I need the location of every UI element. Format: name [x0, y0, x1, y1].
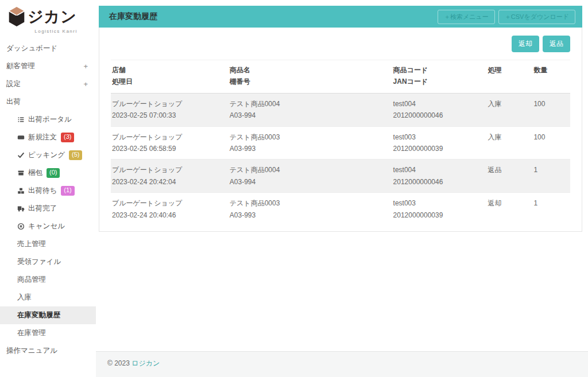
header-action: 処理: [486, 64, 532, 88]
cell-jan: 2012000000039: [393, 209, 487, 221]
table-header-row: 店舗 処理日 商品名 棚番号 商品コード JANコード 処理 数量: [111, 60, 570, 94]
sidebar-nav: ダッシュボード 顧客管理 + 設定 + 出荷 出荷ポータル: [0, 40, 96, 360]
header-product: 商品名: [230, 64, 392, 76]
cell-code: test004: [393, 164, 487, 176]
cell-code-jan: test003 2012000000039: [392, 197, 487, 221]
returns-button[interactable]: 返品: [543, 36, 570, 52]
cell-store-date: ブルーゲートショップ 2023-02-24 20:40:46: [111, 197, 229, 221]
page-title: 在庫変動履歴: [109, 11, 157, 22]
cell-code-jan: test004 2012000000046: [392, 164, 487, 188]
cell-product: テスト商品0004: [230, 98, 392, 110]
cell-shelf: A03-994: [230, 176, 392, 188]
sidebar-item-label: ピッキング: [28, 150, 65, 160]
cancel-icon: [17, 223, 28, 230]
cell-product: テスト商品0003: [230, 131, 392, 143]
sidebar-item-label: 操作マニュアル: [6, 346, 57, 356]
sidebar-item-manual[interactable]: 操作マニュアル: [0, 342, 96, 360]
cell-product: テスト商品0003: [230, 197, 392, 209]
sidebar-item-receiving[interactable]: 入庫: [0, 289, 96, 306]
sidebar-item-label: 梱包: [28, 168, 42, 178]
sidebar-item-stock-history[interactable]: 在庫変動履歴: [0, 306, 96, 324]
sidebar-item-customers[interactable]: 顧客管理 +: [0, 57, 96, 75]
cell-shelf: A03-994: [230, 110, 392, 121]
page-footer: © 2023 ロジカン: [96, 351, 588, 377]
expand-plus-icon: +: [83, 80, 96, 88]
return-button[interactable]: 返却: [512, 36, 539, 52]
card-actions: 返却 返品: [99, 28, 582, 60]
header-product-shelf: 商品名 棚番号: [229, 64, 392, 88]
cell-action: 入庫: [486, 98, 532, 122]
cell-code-jan: test003 2012000000039: [392, 131, 487, 155]
cell-product-shelf: テスト商品0003 A03-993: [229, 197, 392, 221]
cell-store-date: ブルーゲートショップ 2023-02-25 06:58:59: [111, 131, 229, 155]
check-icon: [17, 151, 28, 159]
expand-plus-icon: +: [83, 62, 96, 71]
sidebar-item-receipt-files[interactable]: 受領ファイル: [0, 253, 96, 271]
sidebar-item-settings[interactable]: 設定 +: [0, 75, 96, 93]
sidebar: ジカン Logistics Kanri ダッシュボード 顧客管理 + 設定 + …: [0, 0, 96, 377]
content-card: 返却 返品 店舗 処理日 商品名 棚番号 商品コード JANコード: [99, 28, 582, 232]
cell-action: 入庫: [486, 131, 532, 155]
sidebar-item-shipping[interactable]: 出荷: [0, 93, 96, 111]
cell-product-shelf: テスト商品0004 A03-994: [229, 98, 392, 122]
table-row: ブルーゲートショップ 2023-02-24 20:42:04 テスト商品0004…: [111, 160, 570, 193]
cell-action: 返却: [486, 197, 532, 221]
header-shelf: 棚番号: [230, 76, 392, 87]
header-code-jan: 商品コード JANコード: [392, 64, 487, 88]
cell-store-date: ブルーゲートショップ 2023-02-24 20:42:04: [111, 164, 229, 188]
sidebar-item-picking[interactable]: ピッキング (5): [0, 146, 96, 164]
sidebar-item-packing[interactable]: 梱包 (0): [0, 164, 96, 182]
cell-code-jan: test004 2012000000046: [392, 98, 487, 122]
cell-product: テスト商品0004: [230, 164, 392, 176]
sidebar-item-label: 売上管理: [17, 239, 46, 249]
cell-action: 返品: [486, 164, 532, 188]
header-code: 商品コード: [393, 64, 487, 76]
sidebar-item-new-orders[interactable]: 新規注文 (3): [0, 129, 96, 146]
header-jan: JANコード: [393, 76, 487, 87]
cell-jan: 2012000000046: [393, 110, 487, 121]
list-icon: [17, 116, 28, 123]
sidebar-item-label: 商品管理: [17, 275, 46, 285]
cell-datetime: 2023-02-24 20:42:04: [112, 176, 229, 188]
page-header-bar: 在庫変動履歴 ＋検索メニュー ＋CSVをダウンロード: [99, 6, 582, 28]
cell-shelf: A03-993: [230, 209, 392, 221]
app-root: ジカン Logistics Kanri ダッシュボード 顧客管理 + 設定 + …: [0, 0, 588, 377]
sidebar-item-label: 新規注文: [28, 133, 57, 142]
csv-download-button[interactable]: ＋CSVをダウンロード: [498, 10, 575, 24]
brand-name: ジカン: [28, 9, 77, 25]
cell-store: ブルーゲートショップ: [112, 98, 229, 110]
count-badge: (5): [69, 150, 82, 160]
count-badge: (3): [61, 133, 74, 142]
footer-brand-link[interactable]: ロジカン: [131, 359, 160, 367]
sidebar-item-cancel[interactable]: キャンセル: [0, 217, 96, 235]
cell-store: ブルーゲートショップ: [112, 131, 229, 143]
count-badge: (0): [47, 168, 60, 177]
new-order-icon: [17, 134, 28, 141]
package-icon: [17, 169, 28, 177]
sidebar-item-products[interactable]: 商品管理: [0, 271, 96, 289]
copyright-text: © 2023: [107, 359, 130, 367]
table-row: ブルーゲートショップ 2023-02-25 07:00:33 テスト商品0004…: [111, 94, 570, 127]
cell-datetime: 2023-02-24 20:40:46: [112, 209, 229, 221]
search-menu-button[interactable]: ＋検索メニュー: [438, 10, 495, 24]
sidebar-item-shipping-portal[interactable]: 出荷ポータル: [0, 111, 96, 129]
header-date: 処理日: [112, 76, 229, 87]
sidebar-item-label: 設定: [6, 79, 21, 89]
sidebar-item-label: 出荷ポータル: [28, 115, 72, 125]
header-store-date: 店舗 処理日: [111, 64, 229, 88]
brand-logo[interactable]: ジカン: [0, 5, 96, 28]
cell-qty: 100: [532, 98, 570, 122]
sidebar-item-sales[interactable]: 売上管理: [0, 235, 96, 253]
cell-qty: 100: [532, 131, 570, 155]
cell-code: test003: [393, 197, 487, 209]
cell-jan: 2012000000046: [393, 176, 487, 188]
cell-product-shelf: テスト商品0003 A03-993: [229, 131, 392, 155]
sidebar-item-dashboard[interactable]: ダッシュボード: [0, 40, 96, 57]
cell-qty: 1: [532, 197, 570, 221]
sidebar-item-shipped[interactable]: 出荷完了: [0, 200, 96, 217]
table-row: ブルーゲートショップ 2023-02-25 06:58:59 テスト商品0003…: [111, 127, 570, 160]
cell-code: test003: [393, 131, 487, 143]
sidebar-item-label: 出荷待ち: [28, 186, 57, 196]
sidebar-item-awaiting-shipment[interactable]: 出荷待ち (1): [0, 182, 96, 200]
sidebar-item-stock-management[interactable]: 在庫管理: [0, 324, 96, 342]
